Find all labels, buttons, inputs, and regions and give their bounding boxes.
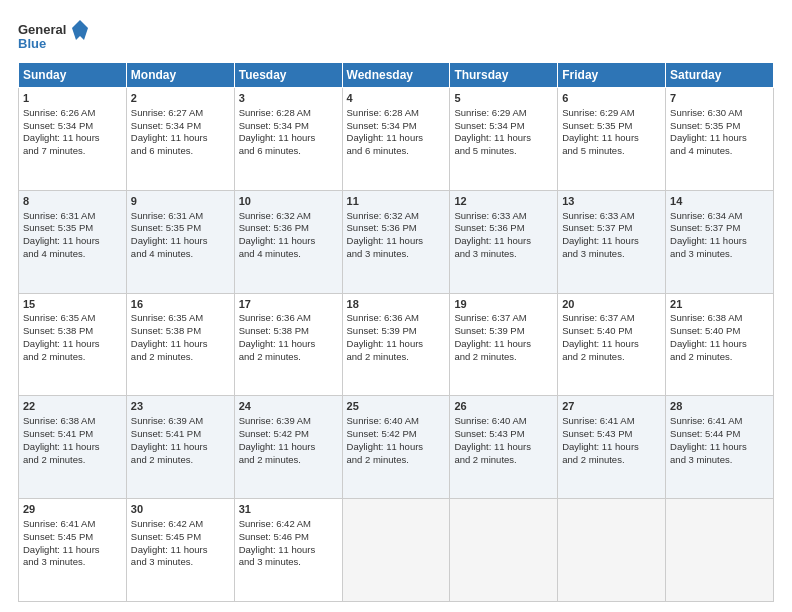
logo-svg: General Blue bbox=[18, 18, 88, 58]
day-info-line: Sunset: 5:36 PM bbox=[347, 222, 446, 235]
day-info-line: Sunrise: 6:34 AM bbox=[670, 210, 769, 223]
day-number: 18 bbox=[347, 297, 446, 312]
calendar-week-row: 22Sunrise: 6:38 AMSunset: 5:41 PMDayligh… bbox=[19, 396, 774, 499]
day-info-line: Sunrise: 6:33 AM bbox=[562, 210, 661, 223]
day-number: 20 bbox=[562, 297, 661, 312]
day-number: 27 bbox=[562, 399, 661, 414]
day-info-line: Sunrise: 6:41 AM bbox=[23, 518, 122, 531]
day-info-line: Daylight: 11 hours bbox=[454, 235, 553, 248]
day-info-line: and 3 minutes. bbox=[454, 248, 553, 261]
calendar-day-cell: 12Sunrise: 6:33 AMSunset: 5:36 PMDayligh… bbox=[450, 190, 558, 293]
calendar-day-cell bbox=[558, 499, 666, 602]
day-info-line: Daylight: 11 hours bbox=[562, 441, 661, 454]
day-info-line: and 2 minutes. bbox=[562, 351, 661, 364]
calendar-week-row: 15Sunrise: 6:35 AMSunset: 5:38 PMDayligh… bbox=[19, 293, 774, 396]
day-info-line: Sunset: 5:46 PM bbox=[239, 531, 338, 544]
day-info-line: Sunset: 5:36 PM bbox=[454, 222, 553, 235]
day-number: 25 bbox=[347, 399, 446, 414]
day-info-line: Sunset: 5:45 PM bbox=[131, 531, 230, 544]
day-number: 14 bbox=[670, 194, 769, 209]
calendar-day-cell: 28Sunrise: 6:41 AMSunset: 5:44 PMDayligh… bbox=[666, 396, 774, 499]
day-number: 22 bbox=[23, 399, 122, 414]
day-number: 5 bbox=[454, 91, 553, 106]
calendar-day-cell: 13Sunrise: 6:33 AMSunset: 5:37 PMDayligh… bbox=[558, 190, 666, 293]
day-info-line: Sunrise: 6:32 AM bbox=[239, 210, 338, 223]
day-info-line: and 4 minutes. bbox=[131, 248, 230, 261]
day-info-line: and 6 minutes. bbox=[131, 145, 230, 158]
day-info-line: Daylight: 11 hours bbox=[454, 132, 553, 145]
day-number: 12 bbox=[454, 194, 553, 209]
day-number: 26 bbox=[454, 399, 553, 414]
calendar-day-cell: 8Sunrise: 6:31 AMSunset: 5:35 PMDaylight… bbox=[19, 190, 127, 293]
day-info-line: Sunset: 5:35 PM bbox=[670, 120, 769, 133]
day-number: 29 bbox=[23, 502, 122, 517]
day-info-line: Daylight: 11 hours bbox=[131, 235, 230, 248]
day-info-line: Sunset: 5:42 PM bbox=[347, 428, 446, 441]
calendar-day-header: Wednesday bbox=[342, 63, 450, 88]
day-info-line: Daylight: 11 hours bbox=[454, 338, 553, 351]
day-info-line: Sunset: 5:35 PM bbox=[131, 222, 230, 235]
calendar-day-cell: 6Sunrise: 6:29 AMSunset: 5:35 PMDaylight… bbox=[558, 88, 666, 191]
day-info-line: Daylight: 11 hours bbox=[562, 235, 661, 248]
day-info-line: and 4 minutes. bbox=[670, 145, 769, 158]
day-info-line: Daylight: 11 hours bbox=[131, 544, 230, 557]
day-info-line: Sunrise: 6:40 AM bbox=[454, 415, 553, 428]
day-info-line: Daylight: 11 hours bbox=[454, 441, 553, 454]
day-info-line: Daylight: 11 hours bbox=[562, 132, 661, 145]
day-info-line: Daylight: 11 hours bbox=[239, 441, 338, 454]
calendar-day-header: Sunday bbox=[19, 63, 127, 88]
day-info-line: Sunset: 5:43 PM bbox=[562, 428, 661, 441]
day-info-line: Sunset: 5:34 PM bbox=[454, 120, 553, 133]
day-info-line: Sunrise: 6:42 AM bbox=[239, 518, 338, 531]
day-info-line: Sunrise: 6:41 AM bbox=[670, 415, 769, 428]
day-info-line: and 3 minutes. bbox=[239, 556, 338, 569]
day-info-line: Daylight: 11 hours bbox=[670, 338, 769, 351]
day-number: 10 bbox=[239, 194, 338, 209]
day-info-line: Sunset: 5:35 PM bbox=[23, 222, 122, 235]
calendar-header-row: SundayMondayTuesdayWednesdayThursdayFrid… bbox=[19, 63, 774, 88]
header: General Blue bbox=[18, 18, 774, 58]
day-info-line: Sunrise: 6:38 AM bbox=[23, 415, 122, 428]
day-info-line: and 2 minutes. bbox=[562, 454, 661, 467]
svg-text:General: General bbox=[18, 22, 66, 37]
day-info-line: Daylight: 11 hours bbox=[131, 441, 230, 454]
day-info-line: Sunset: 5:38 PM bbox=[239, 325, 338, 338]
day-info-line: and 5 minutes. bbox=[562, 145, 661, 158]
calendar-day-cell: 4Sunrise: 6:28 AMSunset: 5:34 PMDaylight… bbox=[342, 88, 450, 191]
day-info-line: and 2 minutes. bbox=[347, 454, 446, 467]
day-number: 15 bbox=[23, 297, 122, 312]
day-info-line: Daylight: 11 hours bbox=[347, 441, 446, 454]
day-info-line: Sunset: 5:45 PM bbox=[23, 531, 122, 544]
day-info-line: and 3 minutes. bbox=[670, 454, 769, 467]
day-info-line: Sunrise: 6:36 AM bbox=[239, 312, 338, 325]
day-info-line: Sunset: 5:40 PM bbox=[670, 325, 769, 338]
day-info-line: Sunset: 5:43 PM bbox=[454, 428, 553, 441]
calendar-table: SundayMondayTuesdayWednesdayThursdayFrid… bbox=[18, 62, 774, 602]
day-info-line: and 2 minutes. bbox=[239, 454, 338, 467]
calendar-day-cell: 31Sunrise: 6:42 AMSunset: 5:46 PMDayligh… bbox=[234, 499, 342, 602]
day-number: 28 bbox=[670, 399, 769, 414]
day-number: 17 bbox=[239, 297, 338, 312]
day-info-line: Daylight: 11 hours bbox=[239, 338, 338, 351]
day-number: 8 bbox=[23, 194, 122, 209]
day-number: 23 bbox=[131, 399, 230, 414]
day-info-line: Sunset: 5:34 PM bbox=[23, 120, 122, 133]
day-number: 30 bbox=[131, 502, 230, 517]
day-info-line: and 5 minutes. bbox=[454, 145, 553, 158]
day-number: 19 bbox=[454, 297, 553, 312]
calendar-week-row: 29Sunrise: 6:41 AMSunset: 5:45 PMDayligh… bbox=[19, 499, 774, 602]
day-info-line: Sunrise: 6:40 AM bbox=[347, 415, 446, 428]
day-info-line: Sunrise: 6:42 AM bbox=[131, 518, 230, 531]
day-info-line: Sunrise: 6:35 AM bbox=[131, 312, 230, 325]
day-info-line: Sunset: 5:44 PM bbox=[670, 428, 769, 441]
day-info-line: Sunset: 5:41 PM bbox=[23, 428, 122, 441]
day-info-line: and 2 minutes. bbox=[23, 351, 122, 364]
day-info-line: Daylight: 11 hours bbox=[23, 441, 122, 454]
day-info-line: Sunrise: 6:29 AM bbox=[562, 107, 661, 120]
day-info-line: Sunrise: 6:26 AM bbox=[23, 107, 122, 120]
calendar-day-cell: 27Sunrise: 6:41 AMSunset: 5:43 PMDayligh… bbox=[558, 396, 666, 499]
day-info-line: Sunset: 5:42 PM bbox=[239, 428, 338, 441]
day-number: 7 bbox=[670, 91, 769, 106]
day-info-line: Sunset: 5:40 PM bbox=[562, 325, 661, 338]
day-info-line: and 6 minutes. bbox=[347, 145, 446, 158]
